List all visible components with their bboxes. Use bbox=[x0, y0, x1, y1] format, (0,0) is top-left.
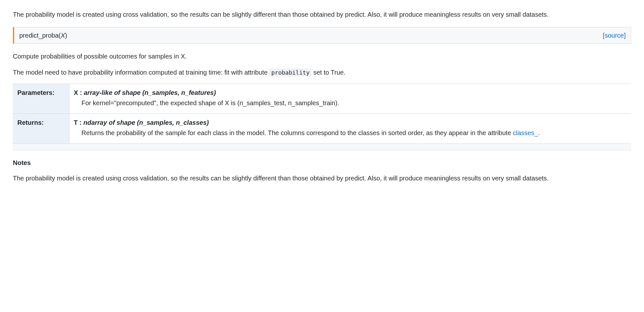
notes-paragraph: The probability model is created using c… bbox=[13, 173, 631, 183]
method-open-paren: ( bbox=[58, 32, 61, 39]
return-desc-suffix: . bbox=[538, 129, 540, 136]
method-param: X bbox=[61, 32, 65, 39]
param-type-x: array-like of shape (n_samples, n_featur… bbox=[84, 89, 216, 96]
returns-label: Returns: bbox=[13, 114, 69, 144]
description-line-2: The model need to have probability infor… bbox=[13, 68, 631, 77]
method-fn-name: predict_proba bbox=[19, 32, 58, 39]
method-signature-block: predict_proba(X) [source] bbox=[13, 27, 631, 44]
returns-content: T : ndarray of shape (n_samples, n_class… bbox=[69, 114, 631, 144]
probability-code: probability bbox=[269, 69, 311, 77]
description-2-prefix: The model need to have probability infor… bbox=[13, 69, 269, 76]
return-type-t: ndarray of shape (n_samples, n_classes) bbox=[84, 119, 209, 126]
description-2-suffix: set to True. bbox=[311, 69, 345, 76]
return-desc-t: Returns the probability of the sample fo… bbox=[74, 128, 627, 138]
return-header: T : ndarray of shape (n_samples, n_class… bbox=[74, 118, 627, 127]
parameters-content: X : array-like of shape (n_samples, n_fe… bbox=[69, 84, 631, 114]
table-spacer-row bbox=[13, 144, 631, 150]
param-header: X : array-like of shape (n_samples, n_fe… bbox=[74, 88, 627, 97]
notes-heading: Notes bbox=[13, 158, 631, 168]
description-line-1: Compute probabilities of possible outcom… bbox=[13, 51, 631, 61]
param-desc-x: For kernel="precomputed", the expected s… bbox=[74, 98, 627, 108]
classes-link[interactable]: classes_ bbox=[513, 129, 538, 136]
method-close-paren: ) bbox=[65, 32, 67, 39]
return-name-t: T bbox=[74, 119, 78, 126]
intro-paragraph: The probability model is created using c… bbox=[13, 10, 631, 19]
returns-row: Returns: T : ndarray of shape (n_samples… bbox=[13, 114, 631, 144]
field-list-table: Parameters: X : array-like of shape (n_s… bbox=[13, 84, 631, 150]
parameters-row: Parameters: X : array-like of shape (n_s… bbox=[13, 84, 631, 114]
method-name: predict_proba(X) bbox=[19, 31, 67, 40]
return-sep: : bbox=[78, 119, 84, 126]
table-spacer-cell bbox=[13, 144, 631, 150]
return-desc-prefix: Returns the probability of the sample fo… bbox=[82, 129, 513, 136]
param-name-x: X bbox=[74, 89, 78, 96]
param-sep: : bbox=[78, 89, 84, 96]
parameters-label: Parameters: bbox=[13, 84, 69, 114]
source-link[interactable]: [source] bbox=[603, 31, 626, 40]
